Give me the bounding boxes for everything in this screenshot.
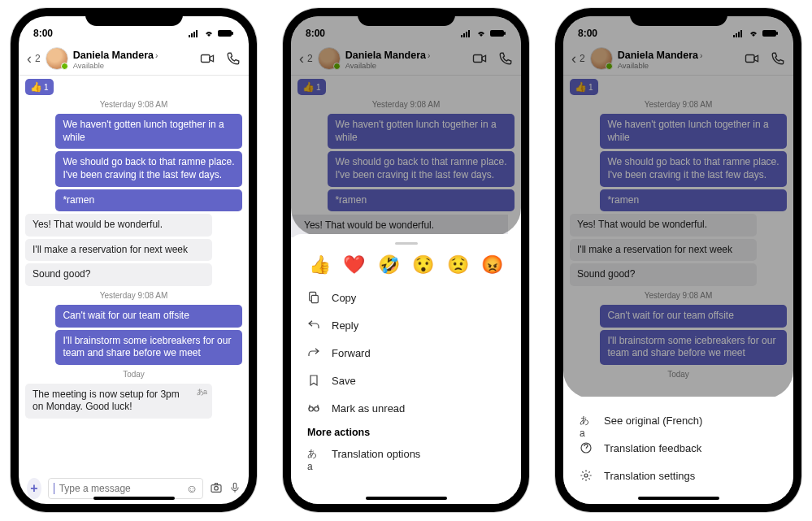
- svg-rect-3: [196, 30, 198, 37]
- sent-message[interactable]: We haven't gotten lunch together in a wh…: [55, 114, 242, 149]
- reaction-sad[interactable]: 😟: [447, 254, 469, 276]
- modal-overlay[interactable]: [291, 16, 521, 236]
- screen: 8:00 ‹ 2 Daniela Mandera› Available 👍1: [291, 16, 521, 504]
- glasses-icon: [307, 402, 320, 415]
- reaction-angry[interactable]: 😡: [481, 254, 503, 276]
- sent-message[interactable]: *ramen: [55, 189, 242, 212]
- reaction-bubble[interactable]: 👍1: [25, 79, 54, 95]
- menu-translation-options[interactable]: あa Translation options: [291, 440, 521, 467]
- contact-name: Daniela Mandera: [73, 50, 154, 61]
- menu-translation-settings[interactable]: Translation settings: [563, 462, 793, 489]
- compose-add-button[interactable]: +: [27, 478, 41, 499]
- bookmark-icon: [307, 374, 320, 387]
- svg-point-28: [584, 474, 588, 477]
- copy-icon: [307, 291, 320, 304]
- translation-sheet: あa See original (French) Translation fee…: [563, 397, 793, 504]
- thumbs-up-icon: 👍: [30, 81, 42, 93]
- svg-rect-1: [191, 33, 193, 37]
- menu-save[interactable]: Save: [291, 367, 521, 394]
- svg-rect-5: [232, 32, 233, 35]
- timestamp: Yesterday 9:08 AM: [25, 100, 242, 109]
- home-indicator[interactable]: [638, 497, 719, 500]
- message-input[interactable]: [59, 483, 181, 494]
- reaction-picker: 👍 ❤️ 🤣 😯 😟 😡: [291, 251, 521, 284]
- presence-dot: [61, 63, 68, 70]
- chat-header: ‹ 2 Daniela Mandera› Available: [19, 44, 249, 76]
- translate-icon: あa: [307, 447, 320, 460]
- phone-2: 8:00 ‹ 2 Daniela Mandera› Available 👍1: [283, 8, 529, 512]
- timestamp: Today: [25, 370, 242, 379]
- timestamp: Yesterday 9:08 AM: [25, 291, 242, 300]
- svg-rect-17: [311, 295, 318, 302]
- svg-rect-6: [202, 55, 211, 63]
- reaction-heart[interactable]: ❤️: [343, 254, 365, 276]
- menu-label: Translation feedback: [604, 442, 701, 454]
- microphone-icon[interactable]: [229, 481, 241, 497]
- back-count: 2: [35, 53, 41, 64]
- emoji-icon[interactable]: ☺: [186, 482, 198, 495]
- wifi-icon: [203, 29, 215, 37]
- screen: 8:00 ‹ 2 Daniela Mandera› Available 👍1: [563, 16, 793, 504]
- phone-1: 8:00 ‹ 2 Daniela Mandera› Available 👍1: [11, 8, 257, 512]
- phone-3: 8:00 ‹ 2 Daniela Mandera› Available 👍1: [555, 8, 801, 512]
- received-message-translated[interactable]: あa The meeting is now setup for 3pm on M…: [25, 384, 212, 419]
- translated-badge-icon: あa: [197, 388, 207, 397]
- svg-rect-4: [218, 30, 232, 37]
- reply-icon: [307, 319, 320, 332]
- notch: [85, 8, 183, 26]
- menu-copy[interactable]: Copy: [291, 284, 521, 311]
- menu-section-header: More actions: [291, 422, 521, 440]
- svg-rect-9: [233, 483, 237, 488]
- avatar[interactable]: [46, 47, 68, 70]
- menu-translation-feedback[interactable]: Translation feedback: [563, 434, 793, 462]
- camera-icon[interactable]: [210, 481, 223, 497]
- home-indicator[interactable]: [93, 497, 175, 500]
- reaction-wow[interactable]: 😯: [412, 254, 434, 276]
- notch: [358, 8, 455, 26]
- battery-icon: [218, 29, 234, 37]
- reaction-count: 1: [44, 83, 49, 92]
- received-message[interactable]: Sound good?: [25, 263, 212, 286]
- menu-label: Translation settings: [604, 470, 695, 482]
- svg-rect-0: [189, 35, 190, 37]
- menu-label: Save: [332, 375, 356, 387]
- menu-label: Forward: [332, 347, 371, 359]
- menu-forward[interactable]: Forward: [291, 339, 521, 367]
- sent-message[interactable]: We should go back to that ramne place. I…: [55, 151, 242, 186]
- translate-icon: あa: [580, 414, 593, 427]
- text-cursor: [54, 483, 54, 494]
- chat-scroll[interactable]: 👍1 Yesterday 9:08 AM We haven't gotten l…: [19, 76, 249, 471]
- menu-label: See original (French): [604, 415, 702, 427]
- status-icons: [189, 29, 234, 37]
- notch: [630, 8, 727, 26]
- reaction-thumbs-up[interactable]: 👍: [309, 254, 331, 276]
- screen: 8:00 ‹ 2 Daniela Mandera› Available 👍1: [19, 16, 249, 504]
- svg-rect-2: [193, 32, 195, 37]
- sent-message[interactable]: Can't wait for our team offsite: [55, 305, 242, 328]
- video-call-icon[interactable]: [200, 51, 215, 66]
- audio-call-icon[interactable]: [226, 51, 241, 66]
- received-message[interactable]: I'll make a reservation for next week: [25, 239, 212, 262]
- clock: 8:00: [33, 28, 53, 39]
- message-text: The meeting is now setup for 3pm on Mond…: [33, 389, 180, 413]
- reaction-laugh[interactable]: 🤣: [378, 254, 400, 276]
- forward-icon: [307, 346, 320, 359]
- signal-icon: [189, 29, 200, 37]
- modal-overlay[interactable]: [563, 16, 793, 398]
- action-sheet: 👍 ❤️ 🤣 😯 😟 😡 Copy Reply Forward: [291, 234, 521, 504]
- received-message[interactable]: Yes! That would be wonderful.: [25, 214, 212, 237]
- menu-label: Translation options: [332, 448, 420, 460]
- home-indicator[interactable]: [366, 497, 447, 500]
- menu-see-original[interactable]: あa See original (French): [563, 406, 793, 434]
- gear-icon: [580, 469, 593, 482]
- menu-label: Copy: [332, 292, 356, 304]
- sent-message[interactable]: I'll brainstorm some icebreakers for our…: [55, 330, 242, 365]
- menu-label: Mark as unread: [332, 402, 405, 415]
- menu-reply[interactable]: Reply: [291, 311, 521, 339]
- back-button[interactable]: ‹: [27, 50, 32, 67]
- help-icon: [580, 441, 593, 454]
- svg-point-8: [215, 486, 219, 490]
- menu-mark-unread[interactable]: Mark as unread: [291, 394, 521, 422]
- contact-block[interactable]: Daniela Mandera› Available: [73, 47, 195, 70]
- sheet-grabber[interactable]: [395, 242, 418, 245]
